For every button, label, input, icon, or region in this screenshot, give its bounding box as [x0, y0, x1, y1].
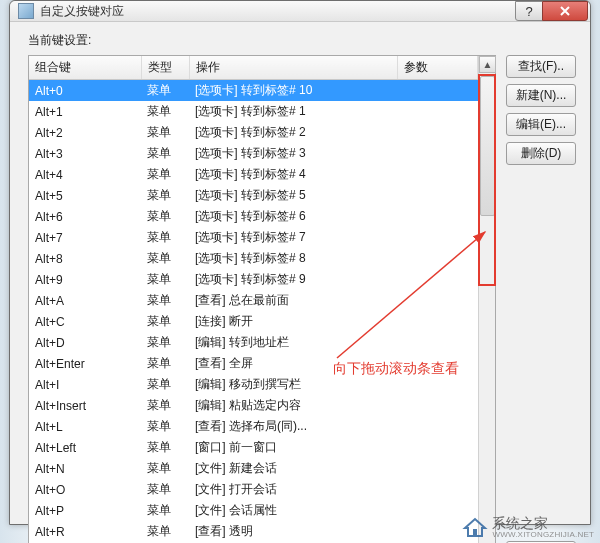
cell-param — [398, 416, 478, 437]
cell-key: Alt+I — [29, 374, 141, 395]
cell-type: 菜单 — [141, 353, 189, 374]
cell-param — [398, 80, 478, 102]
watermark-logo-icon — [462, 516, 488, 538]
cell-type: 菜单 — [141, 290, 189, 311]
cell-type: 菜单 — [141, 101, 189, 122]
cell-type: 菜单 — [141, 80, 189, 102]
cell-type: 菜单 — [141, 500, 189, 521]
cell-type: 菜单 — [141, 479, 189, 500]
cell-type: 菜单 — [141, 374, 189, 395]
cell-key: Alt+C — [29, 311, 141, 332]
cell-type: 菜单 — [141, 311, 189, 332]
keymap-table[interactable]: 组合键 类型 操作 参数 Alt+0菜单[选项卡] 转到标签# 10Alt+1菜… — [29, 56, 478, 543]
cell-param — [398, 164, 478, 185]
table-row[interactable]: Alt+Enter菜单[查看] 全屏 — [29, 353, 478, 374]
cell-key: Alt+1 — [29, 101, 141, 122]
edit-button[interactable]: 编辑(E)... — [506, 113, 576, 136]
cell-param — [398, 437, 478, 458]
cell-type: 菜单 — [141, 206, 189, 227]
cell-op: [选项卡] 转到标签# 10 — [189, 80, 398, 102]
table-row[interactable]: Alt+0菜单[选项卡] 转到标签# 10 — [29, 80, 478, 102]
cell-op: [编辑] 移动到撰写栏 — [189, 374, 398, 395]
table-row[interactable]: Alt+2菜单[选项卡] 转到标签# 2 — [29, 122, 478, 143]
scroll-thumb[interactable] — [480, 76, 495, 216]
cell-op: [连接] 断开 — [189, 311, 398, 332]
help-button[interactable]: ? — [515, 1, 543, 21]
table-row[interactable]: Alt+I菜单[编辑] 移动到撰写栏 — [29, 374, 478, 395]
cell-key: Alt+P — [29, 500, 141, 521]
cell-param — [398, 101, 478, 122]
col-header-op[interactable]: 操作 — [189, 56, 398, 80]
table-row[interactable]: Alt+1菜单[选项卡] 转到标签# 1 — [29, 101, 478, 122]
cell-type: 菜单 — [141, 395, 189, 416]
close-button[interactable] — [542, 1, 588, 21]
cell-key: Alt+7 — [29, 227, 141, 248]
cell-key: Alt+2 — [29, 122, 141, 143]
table-row[interactable]: Alt+O菜单[文件] 打开会话 — [29, 479, 478, 500]
dialog-window: 自定义按键对应 ? 当前键设置: 组合键 类型 — [9, 0, 591, 525]
titlebar[interactable]: 自定义按键对应 ? — [10, 1, 590, 22]
table-row[interactable]: Alt+A菜单[查看] 总在最前面 — [29, 290, 478, 311]
table-row[interactable]: Alt+9菜单[选项卡] 转到标签# 9 — [29, 269, 478, 290]
cell-param — [398, 479, 478, 500]
table-row[interactable]: Alt+Left菜单[窗口] 前一窗口 — [29, 437, 478, 458]
cell-param — [398, 395, 478, 416]
cell-param — [398, 374, 478, 395]
cell-param — [398, 122, 478, 143]
cell-op: [文件] 新建会话 — [189, 458, 398, 479]
scroll-up-button[interactable]: ▲ — [479, 56, 496, 73]
keymap-table-frame: 组合键 类型 操作 参数 Alt+0菜单[选项卡] 转到标签# 10Alt+1菜… — [28, 55, 496, 543]
cell-param — [398, 311, 478, 332]
cell-param — [398, 269, 478, 290]
table-row[interactable]: Alt+4菜单[选项卡] 转到标签# 4 — [29, 164, 478, 185]
table-row[interactable]: Alt+D菜单[编辑] 转到地址栏 — [29, 332, 478, 353]
close-icon — [559, 5, 571, 17]
table-row[interactable]: Alt+P菜单[文件] 会话属性 — [29, 500, 478, 521]
cell-op: [查看] 全屏 — [189, 353, 398, 374]
cell-op: [选项卡] 转到标签# 1 — [189, 101, 398, 122]
table-row[interactable]: Alt+R菜单[查看] 透明 — [29, 521, 478, 542]
find-button[interactable]: 查找(F).. — [506, 55, 576, 78]
cell-type: 菜单 — [141, 185, 189, 206]
cell-param — [398, 332, 478, 353]
cell-key: Alt+L — [29, 416, 141, 437]
cell-param — [398, 143, 478, 164]
cell-param — [398, 185, 478, 206]
cell-key: Alt+O — [29, 479, 141, 500]
cell-key: Alt+D — [29, 332, 141, 353]
new-button[interactable]: 新建(N)... — [506, 84, 576, 107]
cell-op: [编辑] 转到地址栏 — [189, 332, 398, 353]
cell-param — [398, 227, 478, 248]
side-button-group: 查找(F).. 新建(N)... 编辑(E)... 删除(D) 重置(R) — [506, 55, 576, 543]
cell-type: 菜单 — [141, 269, 189, 290]
table-row[interactable]: Alt+C菜单[连接] 断开 — [29, 311, 478, 332]
table-row[interactable]: Alt+N菜单[文件] 新建会话 — [29, 458, 478, 479]
cell-param — [398, 290, 478, 311]
cell-op: [选项卡] 转到标签# 4 — [189, 164, 398, 185]
cell-param — [398, 458, 478, 479]
table-row[interactable]: Alt+7菜单[选项卡] 转到标签# 7 — [29, 227, 478, 248]
table-row[interactable]: Alt+L菜单[查看] 选择布局(同)... — [29, 416, 478, 437]
cell-key: Alt+6 — [29, 206, 141, 227]
delete-button[interactable]: 删除(D) — [506, 142, 576, 165]
watermark-url: WWW.XITONGZHIJIA.NET — [492, 531, 594, 539]
cell-op: [选项卡] 转到标签# 5 — [189, 185, 398, 206]
table-row[interactable]: Alt+8菜单[选项卡] 转到标签# 8 — [29, 248, 478, 269]
cell-op: [文件] 打开会话 — [189, 479, 398, 500]
cell-type: 菜单 — [141, 416, 189, 437]
watermark-brand: 系统之家 — [492, 516, 594, 531]
cell-op: [编辑] 粘贴选定内容 — [189, 395, 398, 416]
table-row[interactable]: Alt+5菜单[选项卡] 转到标签# 5 — [29, 185, 478, 206]
table-row[interactable]: Alt+Insert菜单[编辑] 粘贴选定内容 — [29, 395, 478, 416]
cell-op: [选项卡] 转到标签# 7 — [189, 227, 398, 248]
cell-type: 菜单 — [141, 227, 189, 248]
vertical-scrollbar[interactable]: ▲ ▼ — [478, 56, 495, 543]
cell-param — [398, 206, 478, 227]
table-row[interactable]: Alt+6菜单[选项卡] 转到标签# 6 — [29, 206, 478, 227]
col-header-type[interactable]: 类型 — [141, 56, 189, 80]
col-header-key[interactable]: 组合键 — [29, 56, 141, 80]
col-header-param[interactable]: 参数 — [398, 56, 478, 80]
table-row[interactable]: Alt+3菜单[选项卡] 转到标签# 3 — [29, 143, 478, 164]
cell-key: Alt+0 — [29, 80, 141, 102]
cell-op: [选项卡] 转到标签# 9 — [189, 269, 398, 290]
